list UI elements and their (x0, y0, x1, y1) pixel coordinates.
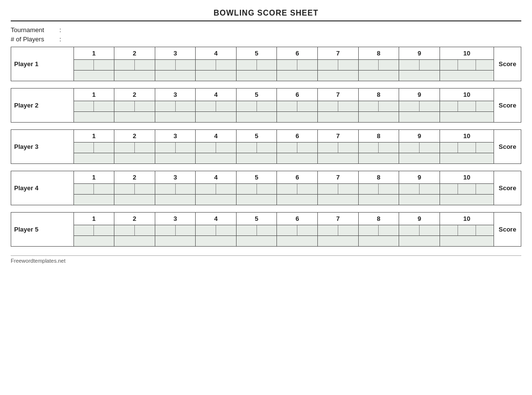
player-3-frame-1-balls (73, 143, 114, 153)
frame-8-header: 8 (358, 130, 399, 143)
player-4-frame-4-score (196, 195, 237, 205)
player-5-table: Player 512345678910Score (11, 212, 521, 247)
player-2-frame-7-balls (318, 101, 359, 112)
player-1-frame-5-balls (236, 60, 277, 71)
frame-10-header: 10 (440, 213, 494, 225)
player-5-frame-8-balls (358, 225, 399, 236)
player-3-frame-6-score (277, 153, 318, 164)
frame-3-header: 3 (155, 171, 196, 184)
player-2-frame-6-balls (277, 101, 318, 112)
player-5-frame-2-balls (114, 225, 155, 236)
player-4-frame-2-balls (114, 184, 155, 195)
frame-9-header: 9 (399, 130, 440, 143)
players-colon: : (59, 36, 61, 43)
player-3-frame-7-score (318, 153, 359, 164)
footer-text: Freewordtemplates.net (11, 255, 521, 264)
frame-6-header: 6 (277, 89, 318, 101)
frame-10-header: 10 (440, 171, 494, 184)
player-4-table: Player 412345678910Score (11, 171, 521, 205)
frame-3-header: 3 (155, 130, 196, 143)
player-3-frame-6-balls (277, 143, 318, 153)
player-3-frame-10-balls (440, 143, 494, 153)
frame-2-header: 2 (114, 47, 155, 60)
player-4-frame-3-score (155, 195, 196, 205)
player-2-frame-7-score (318, 112, 359, 123)
player-5-frame-6-balls (277, 225, 318, 236)
player-3-frame-9-score (399, 153, 440, 164)
player-4-frame-1-score (73, 195, 114, 205)
player-1-frame-1-score (73, 71, 114, 81)
frame-4-header: 4 (196, 89, 237, 101)
player-2-frame-6-score (277, 112, 318, 123)
frame-7-header: 7 (318, 89, 359, 101)
frame-5-header: 5 (236, 89, 277, 101)
player-5-frame-1-score (73, 236, 114, 247)
player-1-frame-7-balls (318, 60, 359, 71)
player-1-frame-8-balls (358, 60, 399, 71)
frame-2-header: 2 (114, 130, 155, 143)
frame-3-header: 3 (155, 89, 196, 101)
frame-4-header: 4 (196, 171, 237, 184)
frame-10-header: 10 (440, 47, 494, 60)
player-2-frame-4-balls (196, 101, 237, 112)
frame-1-header: 1 (73, 47, 114, 60)
player-1-frame-4-balls (196, 60, 237, 71)
player-4-frame-8-balls (358, 184, 399, 195)
frame-6-header: 6 (277, 47, 318, 60)
player-2-frame-9-balls (399, 101, 440, 112)
players-label: # of Players (11, 36, 59, 43)
player-2-frame-1-score (73, 112, 114, 123)
frame-1-header: 1 (73, 130, 114, 143)
player-5-frame-7-score (318, 236, 359, 247)
player-5-score-header: Score (494, 213, 521, 247)
player-4-frame-9-score (399, 195, 440, 205)
player-4-frame-4-balls (196, 184, 237, 195)
player-1-frame-10-score (440, 71, 494, 81)
player-5-frame-4-balls (196, 225, 237, 236)
frame-1-header: 1 (73, 89, 114, 101)
frame-7-header: 7 (318, 47, 359, 60)
player-1-frame-6-balls (277, 60, 318, 71)
player-3-frame-3-score (155, 153, 196, 164)
frame-1-header: 1 (73, 213, 114, 225)
player-5-name: Player 5 (11, 213, 74, 247)
frame-3-header: 3 (155, 213, 196, 225)
player-2-frame-1-balls (73, 101, 114, 112)
player-5-frame-10-balls (440, 225, 494, 236)
player-4-frame-6-balls (277, 184, 318, 195)
frame-10-header: 10 (440, 89, 494, 101)
frame-8-header: 8 (358, 171, 399, 184)
player-4-frame-8-score (358, 195, 399, 205)
player-5-frame-5-score (236, 236, 277, 247)
tournament-colon: : (59, 26, 61, 34)
player-3-frame-8-balls (358, 143, 399, 153)
player-3-frame-9-balls (399, 143, 440, 153)
player-3-frame-4-score (196, 153, 237, 164)
frame-5-header: 5 (236, 171, 277, 184)
player-1-score-header: Score (494, 47, 521, 81)
frame-2-header: 2 (114, 89, 155, 101)
player-1-frame-10-balls (440, 60, 494, 71)
player-3-frame-2-score (114, 153, 155, 164)
frame-5-header: 5 (236, 130, 277, 143)
player-3-name: Player 3 (11, 130, 74, 164)
player-1-frame-3-score (155, 71, 196, 81)
tournament-label: Tournament (11, 26, 59, 34)
player-5-frame-3-score (155, 236, 196, 247)
player-3-frame-5-balls (236, 143, 277, 153)
player-1-frame-6-score (277, 71, 318, 81)
frame-8-header: 8 (358, 213, 399, 225)
player-2-table: Player 212345678910Score (11, 88, 521, 123)
player-4-frame-5-balls (236, 184, 277, 195)
player-2-frame-10-balls (440, 101, 494, 112)
player-5-frame-10-score (440, 236, 494, 247)
player-3-score-header: Score (494, 130, 521, 164)
player-1-frame-3-balls (155, 60, 196, 71)
player-1-frame-2-balls (114, 60, 155, 71)
player-5-frame-8-score (358, 236, 399, 247)
frame-7-header: 7 (318, 213, 359, 225)
player-4-frame-2-score (114, 195, 155, 205)
player-4-frame-6-score (277, 195, 318, 205)
player-4-frame-7-score (318, 195, 359, 205)
player-4-frame-1-balls (73, 184, 114, 195)
